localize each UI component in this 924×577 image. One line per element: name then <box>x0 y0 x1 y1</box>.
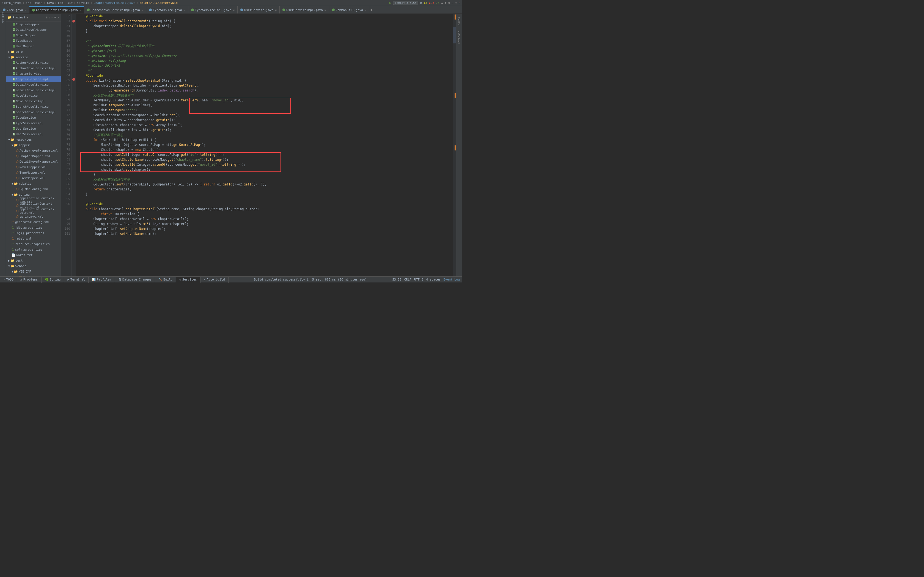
build-tab[interactable]: 🔨 Build <box>155 277 176 283</box>
tab-searchnovelserviceimpl[interactable]: SearchNovelServiceImpl.java ✕ <box>84 6 146 13</box>
tree-item-resources[interactable]: ▼ 📂 resources <box>6 137 61 142</box>
code-line-61: * @Author: xifujiang <box>78 58 451 63</box>
tree-item-springmvc[interactable]: ⬡ springmvc.xml <box>6 214 61 219</box>
code-line-98: ChapterDetail chapterDetail = new Chapte… <box>78 216 451 221</box>
tree-item-mapper-folder[interactable]: ▼ 📂 mapper <box>6 142 61 148</box>
services-tab[interactable]: ⚙ Services <box>176 277 200 283</box>
spring-tab[interactable]: 🌿 Spring <box>42 277 65 283</box>
todo-tab[interactable]: ✓ TODO <box>0 277 17 283</box>
tree-item-searchnovelserviceimpl[interactable]: C SearchNovelServiceImpl <box>6 110 61 115</box>
status-right: 53:52 CRLF UTF-8 4 spaces Event Log <box>393 278 462 281</box>
scrollbar-thumb[interactable] <box>453 27 456 44</box>
database-panel[interactable]: Database <box>457 29 461 46</box>
tree-item-chapterserviceimpl-selected[interactable]: C ChapterServiceImpl <box>6 76 61 82</box>
sidebar-gear[interactable]: ≡ <box>55 16 57 19</box>
problems-tab[interactable]: ⚠ Problems <box>17 277 42 283</box>
tree-item-solr[interactable]: ⬡ solr.properties <box>6 247 61 252</box>
tree-item-searchnovelservice[interactable]: I SearchNovelService <box>6 104 61 110</box>
window-minimize[interactable]: — <box>452 1 454 5</box>
auto-build-tab[interactable]: ⚡ Auto-build <box>200 277 229 283</box>
tree-item-appctx-solr[interactable]: ⬡ applicationContext-solr.xml <box>6 208 61 214</box>
tab-typeserviceimpl[interactable]: TypeServiceImpl.java ✕ <box>188 6 237 13</box>
tab-commonutil[interactable]: CommonUtil.java ✕ <box>329 6 369 13</box>
tree-item-service[interactable]: ▼ 📂 service <box>6 55 61 60</box>
tree-item-chaptermapper-xml[interactable]: ⬡ ChapterMapper.xml <box>6 153 61 159</box>
expand-icon[interactable]: ▲ <box>441 1 443 5</box>
sidebar: 📁 Project ▼ ⚙ ⇅ — ≡ ✕ I ChapterMapper I … <box>6 14 61 276</box>
tree-item-userservice[interactable]: I UserService <box>6 126 61 131</box>
collapse-icon[interactable]: ▼ <box>445 1 447 5</box>
tree-item-typeserviceimpl[interactable]: C TypeServiceImpl <box>6 120 61 126</box>
tree-item-sqlmapconfig[interactable]: ⬡ SqlMapConfig.xml <box>6 186 61 192</box>
tree-item-test[interactable]: ▶ 📁 test <box>6 258 61 263</box>
tree-item-log4j[interactable]: ⬡ log4j.properties <box>6 230 61 236</box>
tomcat-badge[interactable]: Tomcat 8.5.53 <box>393 1 418 5</box>
tree-item-chaptermapper[interactable]: I ChapterMapper <box>6 21 61 27</box>
tab-chapterserviceimpl[interactable]: ChapterServiceImpl.java ✕ <box>29 6 84 13</box>
tree-item-authornovelmapper-xml[interactable]: ⬡ AuthornovelMapper.xml <box>6 148 61 153</box>
tab-typeservice[interactable]: TypeService.java ✕ <box>146 6 188 13</box>
sidebar-close[interactable]: ✕ <box>57 16 59 19</box>
code-content[interactable]: @Override public void deleteAllChapterBy… <box>76 14 453 276</box>
tab-userservice[interactable]: UserService.java ✕ <box>237 6 279 13</box>
sidebar-dropdown-icon[interactable]: ▼ <box>26 16 28 19</box>
warning-marker-1 <box>455 14 456 20</box>
code-line-64: @Override <box>78 73 451 78</box>
tree-item-resource[interactable]: ⬡ resource.properties <box>6 241 61 247</box>
tree-item-usermapper[interactable]: I UserMapper <box>6 44 61 49</box>
code-line-60: * @return: java.util.List<com.sif.pojo.C… <box>78 53 451 58</box>
terminal-tab[interactable]: ▶ Terminal <box>64 277 89 283</box>
tree-item-novelmapper[interactable]: I NovelMapper <box>6 32 61 38</box>
tree-item-typemapper[interactable]: I TypeMapper <box>6 38 61 44</box>
settings-icon[interactable]: ⚙ <box>448 1 450 5</box>
window-maximize[interactable]: □ <box>455 1 457 5</box>
sidebar-settings[interactable]: ⚙ <box>46 16 48 19</box>
profiler-tab[interactable]: 📊 Profiler <box>89 277 115 283</box>
code-line-97b: throws IOException { <box>78 211 451 216</box>
tree-item-detailnovelmapper[interactable]: I DetailNovelMapper <box>6 27 61 32</box>
database-changes-tab[interactable]: 🗄 Database Changes <box>115 277 155 283</box>
tree-item-novelserviceimpl[interactable]: C NovelServiceImpl <box>6 98 61 104</box>
tree-item-detailnovelservice[interactable]: I DetailNovelService <box>6 82 61 87</box>
tree-item-novelservice[interactable]: I NovelService <box>6 93 61 98</box>
tree-item-bootstrap[interactable]: ▶ 📁 Bootstrap <box>6 274 61 276</box>
tree-item-detailnovelmapper-xml[interactable]: ⬡ DetailNovelMapper.xml <box>6 159 61 164</box>
tree-item-detailnovelserviceimpl[interactable]: C DetailNovelServiceImpl <box>6 87 61 93</box>
run-icon[interactable]: ▶ <box>389 1 391 5</box>
tree-item-jdbc[interactable]: ⬡ jdbc.properties <box>6 225 61 230</box>
tree-item-userserviceimpl[interactable]: C UserServiceImpl <box>6 131 61 137</box>
code-line-72: SearchResponse searchResponse = builder.… <box>78 113 451 118</box>
window-close[interactable]: ✕ <box>459 1 460 5</box>
tree-item-typemapper-xml[interactable]: ⬡ TypeMapper.xml <box>6 170 61 175</box>
tree-item-generatorconfig[interactable]: ⬡ generatorConfig.xml <box>6 219 61 225</box>
code-line-78: Map<String, Object> sourceAsMap = hit.ge… <box>78 142 451 147</box>
left-panel-icons: Project <box>0 14 6 276</box>
tree-item-rebel[interactable]: ⬡ rebel.xml <box>6 236 61 241</box>
warnings-badge: ▲3 <box>423 1 427 5</box>
code-line-56 <box>78 34 451 39</box>
sidebar-collapse[interactable]: — <box>52 16 53 19</box>
code-line-67: .prepareSearch(CommonUtil.index_detail_s… <box>78 88 451 93</box>
tree-item-webinf[interactable]: ▼ 📂 WEB-INF <box>6 269 61 274</box>
tree-item-chapterservice[interactable]: I ChapterService <box>6 71 61 76</box>
tree-item-typeservice[interactable]: I TypeService <box>6 115 61 120</box>
scrollbar-track[interactable] <box>453 14 456 276</box>
tree-item-authornovelservice[interactable]: I AuthorNovelService <box>6 60 61 65</box>
tree-item-authornovelserviceimpl[interactable]: C AuthorNovelServiceImpl <box>6 65 61 71</box>
tree-item-usermapper-xml[interactable]: ⬡ UserMapper.xml <box>6 175 61 181</box>
code-line-80: chapter.setId(Integer.valueOf(sourceAsMa… <box>78 152 451 157</box>
sidebar-sort[interactable]: ⇅ <box>48 16 51 19</box>
event-log[interactable]: Event Log <box>443 278 460 281</box>
bottom-toolbar: ✓ TODO ⚠ Problems 🌿 Spring ▶ Terminal 📊 … <box>0 276 462 282</box>
tree-item-mybatis[interactable]: ▼ 📂 mybatis <box>6 181 61 186</box>
tree-item-webapp[interactable]: ▼ 📂 webapp <box>6 263 61 269</box>
tree-item-novelmapper-xml[interactable]: ⬡ NovelMapper.xml <box>6 164 61 170</box>
tree-item-words[interactable]: 📄 words.txt <box>6 252 61 258</box>
code-editor[interactable]: 52 53 54 55 56 57 58 59 60 61 62 63 64 6… <box>61 14 456 276</box>
project-icon[interactable]: Project <box>0 15 5 20</box>
tab-more[interactable]: ▼ <box>369 8 373 12</box>
tree-item-pojo[interactable]: ▶ 📁 pojo <box>6 49 61 55</box>
maven-panel[interactable]: Maven <box>457 15 461 27</box>
tab-userserviceimpl[interactable]: UserServiceImpl.java ✕ <box>279 6 329 13</box>
build-icon[interactable]: ⚙ <box>420 1 422 5</box>
